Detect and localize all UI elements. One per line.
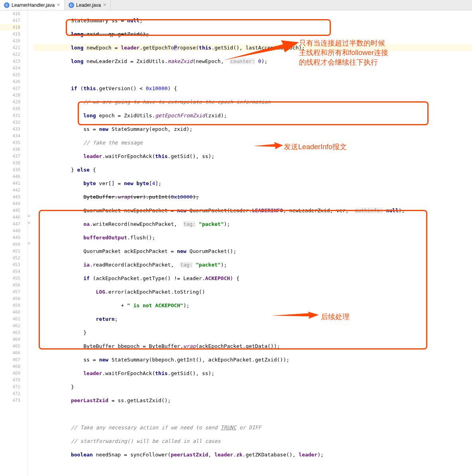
code-line: if (this.getVersion() < 0x10000) { [33, 85, 472, 92]
line-number: 447 [0, 221, 20, 227]
line-number: 453 [0, 261, 20, 268]
line-number: 450 [0, 241, 20, 248]
code-line: StateSummary ss = null; [33, 17, 472, 24]
line-number: 446 [0, 214, 20, 221]
line-number: 430 [0, 105, 20, 112]
code-line: boolean needSnap = syncFollower(peerLast… [33, 451, 472, 458]
editor-area[interactable]: 4164174184194204214224234244254264274284… [0, 10, 472, 476]
line-number: 421 [0, 44, 20, 51]
line-number: 427 [0, 85, 20, 92]
line-number: 416 [0, 10, 20, 17]
code-line: peerLastZxid = ss.getLastZxid(); [33, 397, 472, 404]
line-number: 468 [0, 363, 20, 370]
code-line: leader.waitForEpochAck(this.getSid(), ss… [33, 370, 472, 377]
line-number: 424 [0, 65, 20, 71]
line-number: 465 [0, 343, 20, 350]
line-number: 471 [0, 383, 20, 390]
line-number: 425 [0, 71, 20, 78]
tab-learnerhandler[interactable]: C LearnerHandler.java ✕ [0, 0, 65, 10]
line-number: 463 [0, 329, 20, 336]
code-line: ByteBuffer bbepoch = ByteBuffer.wrap(ack… [33, 343, 472, 350]
line-number: 445 [0, 207, 20, 214]
code-line: // we are going to have to extrapolate t… [33, 99, 472, 105]
line-number: 436 [0, 146, 20, 153]
line-number: 442 [0, 187, 20, 194]
code-line: long newEpoch = leader.getEpochToPropose… [33, 44, 472, 51]
line-number: 449 [0, 234, 20, 241]
line-number: 459 [0, 302, 20, 309]
line-number: 466 [0, 350, 20, 356]
code-line: oa.writeRecord(newEpochPacket, tag: "pac… [33, 221, 472, 227]
line-number: 464 [0, 336, 20, 343]
tab-label: Leader.java [76, 2, 101, 8]
line-number: 443 [0, 194, 20, 200]
code-line [33, 465, 472, 472]
line-number-gutter: 4164174184194204214224234244254264274284… [0, 10, 28, 476]
line-number: 439 [0, 166, 20, 173]
code-line: long zxid = qp.getZxid(); [33, 31, 472, 38]
java-class-icon: C [69, 2, 74, 8]
code-line: LOG.error(ackEpochPacket.toString() [33, 288, 472, 295]
editor-tabs: C LearnerHandler.java ✕ C Leader.java ✕ [0, 0, 472, 10]
line-number: 444 [0, 200, 20, 207]
code-line [33, 71, 472, 78]
code-line: ia.readRecord(ackEpochPacket, tag: "pack… [33, 261, 472, 268]
line-number: 454 [0, 268, 20, 275]
close-icon[interactable]: ✕ [57, 2, 60, 8]
line-number: 438 [0, 160, 20, 166]
line-number: 440 [0, 173, 20, 180]
code-line: // fake the message [33, 139, 472, 146]
code-line: + " is not ACKEPOCH"); [33, 302, 472, 309]
line-number: 461 [0, 316, 20, 322]
tab-label: LearnerHandler.java [12, 2, 55, 8]
line-number: 473 [0, 397, 20, 404]
line-number: 458 [0, 295, 20, 302]
line-number: 455 [0, 275, 20, 282]
code-content[interactable]: StateSummary ss = null; long zxid = qp.g… [28, 10, 472, 476]
code-line: QuorumPacket newEpochPacket = new Quorum… [33, 207, 472, 214]
code-line: // startForwarding() will be called in a… [33, 438, 472, 444]
line-number: 452 [0, 255, 20, 261]
line-number: 432 [0, 119, 20, 126]
line-number: 462 [0, 322, 20, 329]
line-number: 417 [0, 17, 20, 24]
code-line: ByteBuffer.wrap(ver).putInt(0x10000); [33, 194, 472, 200]
code-line: long newLeaderZxid = ZxidUtils.makeZxid(… [33, 58, 472, 65]
code-line: // Take any necessary action if we need … [33, 424, 472, 431]
code-line: ss = new StateSummary(bbepoch.getInt(), … [33, 356, 472, 363]
line-number: 422 [0, 51, 20, 58]
line-number: 470 [0, 377, 20, 383]
line-number: 457 [0, 288, 20, 295]
line-number: 429 [0, 99, 20, 105]
line-number: 423 [0, 58, 20, 65]
line-number: 435 [0, 139, 20, 146]
line-number: 448 [0, 227, 20, 234]
code-line: } else { [33, 166, 472, 173]
code-line: leader.waitForEpochAck(this.getSid(), ss… [33, 153, 472, 160]
code-line: byte ver[] = new byte[4]; [33, 180, 472, 187]
code-line: } [33, 329, 472, 336]
line-number: 472 [0, 390, 20, 397]
code-line: QuorumPacket ackEpochPacket = new Quorum… [33, 248, 472, 255]
line-number: 451 [0, 248, 20, 255]
line-number: 434 [0, 132, 20, 139]
code-line: if (ackEpochPacket.getType() != Leader.A… [33, 275, 472, 282]
line-number: 437 [0, 153, 20, 160]
line-number: 469 [0, 370, 20, 377]
line-number: 418 [0, 24, 20, 31]
line-number: 441 [0, 180, 20, 187]
close-icon[interactable]: ✕ [103, 2, 106, 8]
line-number: 426 [0, 78, 20, 85]
line-number: 420 [0, 38, 20, 44]
java-class-icon: C [4, 2, 10, 8]
line-number: 460 [0, 309, 20, 316]
code-line: } [33, 383, 472, 390]
code-line: ss = new StateSummary(epoch, zxid); [33, 126, 472, 132]
line-number: 428 [0, 92, 20, 99]
code-line [33, 411, 472, 417]
line-number: 419 [0, 31, 20, 38]
code-line: return; [33, 316, 472, 322]
code-line: long epoch = ZxidUtils.getEpochFromZxid(… [33, 112, 472, 119]
tab-leader[interactable]: C Leader.java ✕ [65, 0, 111, 10]
line-number: 456 [0, 282, 20, 288]
